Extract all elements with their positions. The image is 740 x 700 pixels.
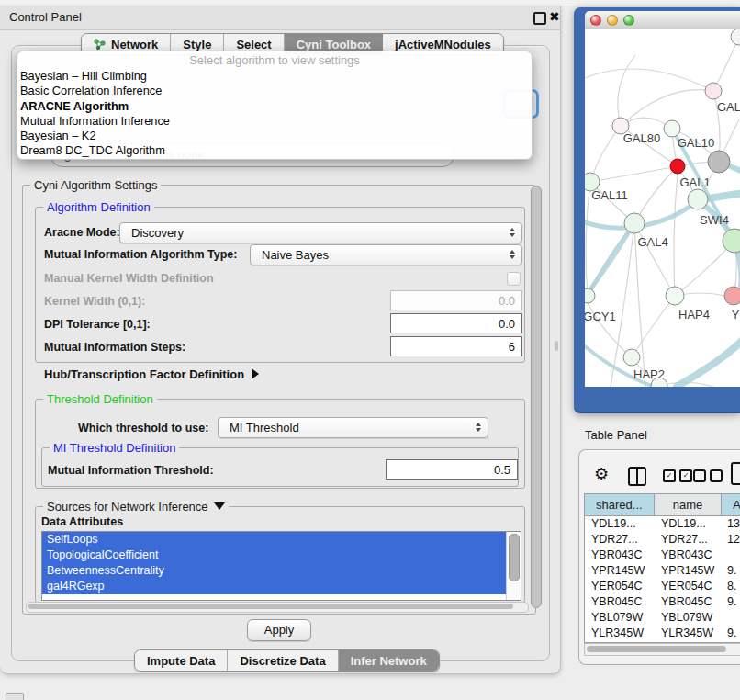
attribute-list-item[interactable]: TopologicalCoefficient: [42, 548, 507, 563]
table-row[interactable]: YER054CYER054C8.: [585, 579, 740, 594]
network-edge[interactable]: [632, 296, 675, 357]
table-panel-title: Table Panel: [585, 428, 647, 442]
network-node-label: Y: [732, 308, 740, 322]
network-window-titlebar[interactable]: [585, 11, 740, 30]
gear-icon[interactable]: ⚙: [594, 464, 609, 484]
scrollbar-thumb[interactable]: [28, 604, 513, 609]
network-node-hap4[interactable]: [666, 287, 684, 305]
which-threshold-combobox[interactable]: MI Threshold: [218, 417, 488, 438]
table-cell: YDR27...: [585, 532, 655, 548]
table-row[interactable]: YBR043CYBR043C: [585, 548, 740, 563]
collapse-down-icon: [214, 502, 225, 510]
algorithm-option[interactable]: Bayesian – K2: [17, 129, 532, 143]
scrollbar-thumb[interactable]: [587, 646, 726, 652]
top-tab-label: Network: [111, 38, 158, 51]
algorithm-option[interactable]: Mutual Information Inference: [17, 114, 532, 129]
which-threshold-label: Which threshold to use:: [78, 422, 208, 435]
network-node-gal4[interactable]: [624, 213, 645, 233]
table-cell: YBL079W: [655, 610, 723, 626]
bottom-tab-infer-network[interactable]: Infer Network: [339, 650, 439, 671]
checked-box-icon: ✓: [679, 469, 692, 482]
minimized-panel-icon[interactable]: [6, 693, 24, 700]
attribute-list-item[interactable]: gal4RGexp: [42, 579, 507, 594]
bottom-tab-label: Infer Network: [351, 654, 427, 668]
table-cell: YER054C: [585, 579, 655, 594]
algorithm-option[interactable]: Dream8 DC_TDC Algorithm: [17, 143, 532, 158]
table-row[interactable]: YPR145WYPR145W9.: [585, 563, 740, 579]
network-node-hap2[interactable]: [623, 349, 640, 366]
table-horizontal-scrollbar[interactable]: [584, 643, 740, 656]
manual-kernel-checkbox[interactable]: [507, 272, 521, 286]
column-header-shared-name[interactable]: shared...: [585, 494, 655, 515]
bottom-tab-discretize-data[interactable]: Discretize Data: [228, 650, 338, 671]
table-row[interactable]: YLR345WYLR345W9.: [585, 626, 740, 641]
settings-horizontal-scrollbar[interactable]: [26, 602, 529, 613]
network-node[interactable]: [731, 29, 740, 45]
network-canvas[interactable]: GALGAL80GAL10GAL1GAL11SWI4GAL4HAP4YGCY1H…: [585, 29, 740, 387]
mi-type-label: Mutual Information Algorithm Type:: [44, 248, 237, 261]
list-vertical-scrollbar[interactable]: [506, 532, 521, 600]
network-edge[interactable]: [674, 174, 678, 296]
split-columns-icon[interactable]: [628, 467, 646, 486]
table-row[interactable]: YDL19...YDL19...13: [585, 516, 740, 532]
table-row[interactable]: YBL079WYBL079W: [585, 610, 740, 626]
minimize-window-icon[interactable]: [607, 15, 618, 26]
which-threshold-value: MI Threshold: [230, 418, 299, 437]
network-node-gcy1[interactable]: [585, 288, 595, 303]
network-edge[interactable]: [621, 90, 713, 126]
network-node-gal1[interactable]: [670, 159, 685, 174]
table-cell: 9.: [723, 563, 740, 579]
cyni-algorithm-settings-title: Cyni Algorithm Settings: [30, 178, 161, 192]
network-node-y[interactable]: [724, 287, 740, 305]
column-header-partial[interactable]: A: [722, 494, 740, 515]
network-edge[interactable]: [585, 69, 713, 91]
network-node[interactable]: [723, 229, 740, 253]
hide-columns-icon[interactable]: [693, 469, 723, 482]
network-node-swi4[interactable]: [688, 189, 708, 209]
mi-steps-input[interactable]: [390, 336, 522, 356]
scrollbar-thumb[interactable]: [531, 186, 542, 608]
close-panel-icon[interactable]: ✖: [549, 8, 560, 25]
algorithm-option[interactable]: Bayesian – Hill Climbing: [17, 69, 532, 84]
apply-button[interactable]: Apply: [247, 619, 311, 641]
kernel-width-input[interactable]: [390, 290, 522, 310]
network-edge[interactable]: [634, 223, 675, 296]
mi-type-combobox[interactable]: Naive Bayes: [250, 244, 522, 265]
table-cell: YDL19...: [655, 516, 723, 532]
network-node[interactable]: [708, 151, 730, 173]
settings-vertical-scrollbar[interactable]: [531, 186, 542, 606]
close-window-icon[interactable]: [590, 15, 601, 26]
hub-definition-toggle[interactable]: Hub/Transcription Factor Definition: [44, 367, 259, 381]
network-node-label: GAL: [717, 100, 740, 114]
attribute-list-item[interactable]: SelfLoops: [42, 532, 507, 548]
algorithm-option[interactable]: Basic Correlation Inference: [17, 84, 532, 98]
data-attributes-label: Data Attributes: [41, 515, 123, 528]
algorithm-dropdown-popup: Select algorithm to view settings Bayesi…: [17, 51, 533, 160]
bottom-tab-impute-data[interactable]: Impute Data: [135, 650, 228, 671]
column-header-name[interactable]: name: [655, 494, 723, 515]
network-edge[interactable]: [586, 182, 590, 296]
table-cell: YLR345W: [585, 626, 655, 641]
aracne-mode-combobox[interactable]: Discovery: [119, 222, 522, 243]
scrollbar-thumb[interactable]: [509, 534, 520, 581]
dpi-tolerance-input[interactable]: [390, 313, 522, 333]
network-node-gal10[interactable]: [664, 120, 680, 137]
network-node-label: GAL4: [637, 235, 667, 249]
zoom-window-icon[interactable]: [623, 15, 634, 26]
mi-threshold-input[interactable]: [386, 459, 518, 480]
attribute-list-item[interactable]: BetweennessCentrality: [42, 563, 507, 579]
network-node-label: HAP2: [633, 367, 665, 381]
network-edge[interactable]: [713, 37, 739, 91]
float-panel-icon[interactable]: [533, 12, 546, 25]
sources-group-title[interactable]: Sources for Network Inference: [43, 500, 229, 514]
network-edge-thick[interactable]: [677, 340, 740, 387]
splitter-handle[interactable]: [555, 341, 558, 351]
table-row[interactable]: YDR27...YDR27...12: [585, 532, 740, 548]
network-node-gal[interactable]: [705, 83, 722, 99]
algorithm-option[interactable]: ARACNE Algorithm: [17, 99, 532, 114]
table-function-icon[interactable]: [731, 462, 740, 485]
data-attributes-list[interactable]: SelfLoopsTopologicalCoefficientBetweenne…: [41, 531, 521, 601]
table-cell: 9.: [723, 626, 740, 641]
table-row[interactable]: YBR045CYBR045C9.: [585, 594, 740, 610]
show-columns-icon[interactable]: ✓ ✓: [663, 469, 692, 482]
